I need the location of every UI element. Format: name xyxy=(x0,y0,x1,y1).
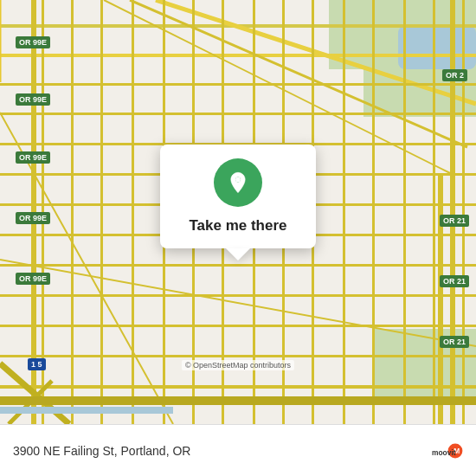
svg-rect-23 xyxy=(132,0,134,424)
route-label-or99e-2: OR 99E xyxy=(16,93,50,106)
moovit-logo-image: M moovit xyxy=(432,435,463,466)
take-me-there-button[interactable]: Take me there xyxy=(189,217,286,235)
svg-rect-22 xyxy=(100,0,103,424)
svg-rect-44 xyxy=(0,396,476,405)
route-label-or99e-5: OR 99E xyxy=(16,273,50,285)
route-label-or99e-3: OR 99E xyxy=(16,151,50,164)
svg-rect-33 xyxy=(433,0,435,424)
route-label-or21-3: OR 21 xyxy=(440,336,469,348)
route-label-or99e-4: OR 99E xyxy=(16,212,50,224)
svg-text:moovit: moovit xyxy=(432,447,456,456)
map: OR 99E OR 99E OR 99E OR 99E OR 99E OR 2 … xyxy=(0,0,476,424)
svg-rect-36 xyxy=(450,0,455,424)
route-label-or21-2: OR 21 xyxy=(440,275,469,287)
route-label-or99e-1: OR 99E xyxy=(16,36,50,48)
svg-rect-34 xyxy=(462,0,465,424)
svg-rect-37 xyxy=(438,173,443,424)
route-label-or21-1: OR 21 xyxy=(440,215,469,227)
svg-rect-45 xyxy=(0,407,173,414)
moovit-logo: M moovit xyxy=(432,435,463,466)
svg-rect-21 xyxy=(71,0,74,424)
route-label-or2: OR 2 xyxy=(442,69,467,81)
svg-rect-31 xyxy=(372,0,375,424)
location-pin-icon xyxy=(226,170,250,195)
map-pin xyxy=(214,158,262,207)
info-bar: 3900 NE Failing St, Portland, OR M moovi… xyxy=(0,424,476,476)
map-copyright: © OpenStreetMap contributors xyxy=(182,360,294,370)
address-label: 3900 NE Failing St, Portland, OR xyxy=(13,444,190,458)
svg-point-46 xyxy=(235,177,241,183)
route-label-i5: 1 5 xyxy=(28,358,46,370)
svg-rect-32 xyxy=(403,0,406,424)
location-popup: Take me there xyxy=(160,145,316,248)
svg-rect-30 xyxy=(343,0,345,424)
